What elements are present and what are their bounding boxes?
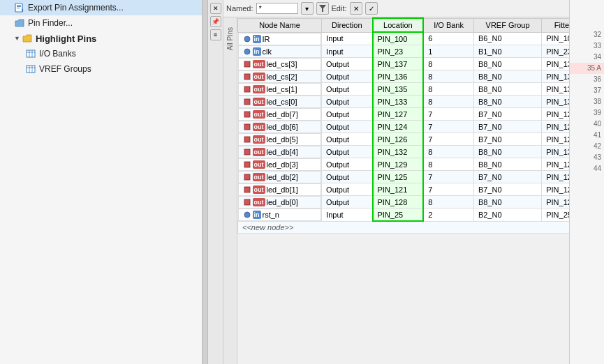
cell-location: PIN_100 [373, 32, 424, 45]
cell-vref: B1_N0 [473, 45, 541, 58]
cell-direction: Output [322, 70, 373, 83]
cell-direction: Output [322, 58, 373, 70]
svg-rect-3 [17, 8, 20, 8]
cell-location: PIN_137 [373, 58, 424, 70]
cell-vref: B7_N0 [473, 108, 541, 121]
vref-groups-label: VREF Groups [39, 64, 91, 74]
table-row[interactable]: out led_db[4]OutputPIN_1328B8_N0PIN_1323… [238, 146, 570, 158]
table-row[interactable]: out led_db[7]OutputPIN_1277B7_N0PIN_1273… [238, 108, 570, 121]
table-row[interactable]: out led_db[0]OutputPIN_1288B8_N0PIN_1283… [238, 196, 570, 208]
cell-io-bank: 8 [423, 146, 473, 158]
sidebar-item-io-banks[interactable]: I/O Banks [0, 46, 202, 61]
cell-io-bank: 7 [423, 171, 473, 183]
edit-label: Edit: [332, 4, 347, 13]
sidebar-item-export[interactable]: Export Pin Assignments... [0, 0, 202, 15]
table-row[interactable]: in IRInputPIN_1006B6_N0PIN_1003.3-V LVTT… [238, 32, 570, 45]
right-panel: ✕ 📌 ≡ Named: ▾ Edit: ✕ ✓ Al [208, 0, 604, 364]
check-btn[interactable]: ✓ [365, 2, 378, 15]
cell-fitter: PIN_135 [542, 83, 569, 96]
cell-location: PIN_129 [373, 158, 424, 171]
table-row[interactable]: out led_cs[2]OutputPIN_1368B8_N0PIN_1363… [238, 70, 570, 83]
cell-location: PIN_23 [373, 45, 424, 58]
table-row[interactable]: out led_cs[1]OutputPIN_1358B8_N0PIN_1353… [238, 83, 570, 96]
col-vref-group[interactable]: VREF Group [473, 18, 541, 32]
cell-direction: Input [322, 32, 373, 45]
sidebar-item-vref-groups[interactable]: VREF Groups [0, 61, 202, 77]
svg-rect-28 [244, 199, 250, 205]
data-table[interactable]: Node Name Direction Location I/O Bank VR… [237, 17, 569, 364]
line-number: 35 A [570, 63, 604, 74]
cell-node: in rst_n [238, 208, 322, 221]
cell-node: out led_db[7] [238, 108, 322, 121]
pin-btn[interactable]: 📌 [210, 16, 221, 27]
cell-direction: Output [322, 108, 373, 121]
close-panel-btn[interactable]: ✕ [210, 3, 221, 14]
cell-io-bank: 8 [423, 83, 473, 96]
col-location[interactable]: Location [373, 18, 424, 32]
close-filter-btn[interactable]: ✕ [350, 2, 362, 15]
cell-fitter: PIN_126 [542, 133, 569, 146]
folder-blue-icon [14, 17, 25, 29]
triangle-down-icon: ▼ [14, 35, 20, 42]
table-row[interactable]: out led_db[6]OutputPIN_1247B7_N0PIN_1243… [238, 121, 570, 133]
table-row[interactable]: out led_db[2]OutputPIN_1257B7_N0PIN_1253… [238, 171, 570, 183]
svg-rect-21 [244, 112, 250, 117]
cell-location: PIN_133 [373, 96, 424, 108]
svg-point-16 [244, 49, 250, 54]
new-node-row[interactable]: <<new node>> [238, 221, 570, 234]
cell-fitter: PIN_132 [542, 146, 569, 158]
sidebar-resize-handle[interactable] [202, 0, 208, 364]
cell-io-bank: 7 [423, 121, 473, 133]
cell-direction: Output [322, 83, 373, 96]
filter-icon-btn[interactable] [316, 2, 329, 15]
cell-fitter: PIN_137 [542, 58, 569, 70]
cell-io-bank: 1 [423, 45, 473, 58]
table-row[interactable]: in clkInputPIN_231B1_N0PIN_233.3-V LVTTL [238, 45, 570, 58]
cell-direction: Output [322, 196, 373, 208]
cell-location: PIN_25 [373, 208, 424, 222]
named-input[interactable] [256, 3, 298, 14]
table-row[interactable]: out led_db[3]OutputPIN_1298B8_N0PIN_1293… [238, 158, 570, 171]
cell-io-bank: 8 [423, 58, 473, 70]
cell-direction: Output [322, 183, 373, 196]
cell-vref: B8_N0 [473, 146, 541, 158]
cell-fitter: PIN_121 [542, 183, 569, 196]
line-number: 37 [570, 85, 604, 96]
sidebar-item-highlight-pins[interactable]: ▼ Highlight Pins [0, 31, 202, 46]
cell-io-bank: 2 [423, 208, 473, 222]
cell-fitter: PIN_133 [542, 96, 569, 108]
dropdown-btn[interactable]: ▾ [301, 2, 314, 15]
cell-vref: B2_N0 [473, 208, 541, 222]
line-number: 34 [570, 52, 604, 63]
export-label: Export Pin Assignments... [28, 3, 124, 13]
table-row[interactable]: in rst_nInputPIN_252B2_N0PIN_253.3-V LVT… [238, 208, 570, 222]
table-area: Named: ▾ Edit: ✕ ✓ All Pins [223, 0, 569, 364]
line-number: 44 [570, 163, 604, 174]
new-node-cell[interactable]: <<new node>> [238, 221, 570, 234]
table-row[interactable]: out led_cs[3]OutputPIN_1378B8_N0PIN_1373… [238, 58, 570, 70]
cell-vref: B8_N0 [473, 58, 541, 70]
cell-fitter: PIN_136 [542, 70, 569, 83]
svg-rect-24 [244, 149, 250, 155]
side-btn3[interactable]: ≡ [210, 29, 221, 40]
col-fitter-location[interactable]: Fitter Location [542, 18, 569, 32]
line-number: 40 [570, 119, 604, 130]
line-numbers-panel: 32333435 A363738394041424344 [569, 0, 604, 364]
col-io-bank[interactable]: I/O Bank [423, 18, 473, 32]
toolbar: Named: ▾ Edit: ✕ ✓ [223, 0, 569, 17]
main-container: Export Pin Assignments... Pin Finder... … [0, 0, 604, 364]
cell-fitter: PIN_23 [542, 45, 569, 58]
table-row[interactable]: out led_db[1]OutputPIN_1217B7_N0PIN_1213… [238, 183, 570, 196]
cell-direction: Output [322, 96, 373, 108]
cell-io-bank: 8 [423, 196, 473, 208]
table-row[interactable]: out led_cs[0]OutputPIN_1338B8_N0PIN_1333… [238, 96, 570, 108]
svg-rect-20 [244, 99, 250, 105]
table-row[interactable]: out led_db[5]OutputPIN_1267B7_N0PIN_1263… [238, 133, 570, 146]
cell-vref: B7_N0 [473, 171, 541, 183]
sidebar-item-pin-finder[interactable]: Pin Finder... [0, 15, 202, 31]
col-direction[interactable]: Direction [322, 18, 373, 32]
cell-fitter: PIN_129 [542, 158, 569, 171]
cell-location: PIN_127 [373, 108, 424, 121]
col-node-name[interactable]: Node Name [238, 18, 322, 32]
cell-node: out led_db[2] [238, 171, 322, 183]
